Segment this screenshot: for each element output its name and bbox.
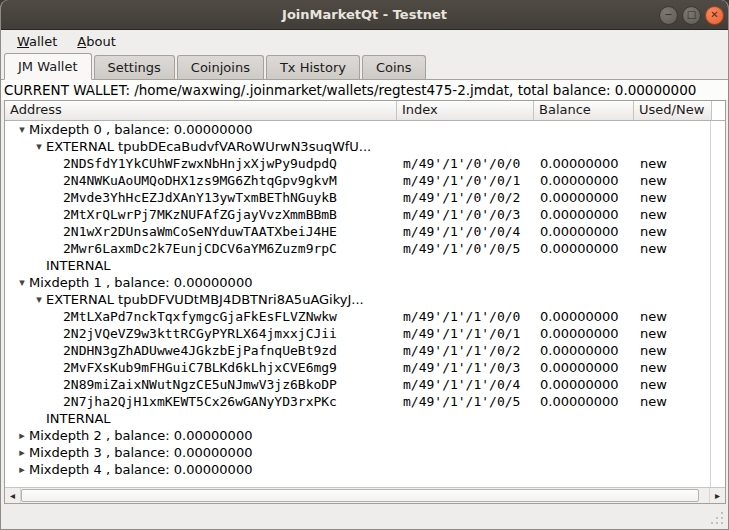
cell-used-new [634, 410, 712, 427]
cell-address: ▾Mixdepth 1 , balance: 0.00000000 [5, 274, 397, 291]
address-text: 2N1wXr2DUnsaWmCoSeNYduwTAATXbeiJ4HE [63, 223, 337, 240]
address-text: 2MtXrQLwrPj7MKzNUFAfZGjayVvzXmmBBmB [63, 206, 337, 223]
cell-used-new: new [634, 325, 712, 342]
tab-bar: JM Wallet Settings Coinjoins Tx History … [1, 53, 728, 80]
collapsed-branch-icon[interactable]: ▸ [15, 444, 29, 461]
cell-index: m/49'/1'/1'/0/1 [397, 325, 534, 342]
horizontal-scrollbar[interactable]: ◂ ▸ [5, 487, 725, 503]
current-wallet-banner: CURRENT WALLET: /home/waxwing/.joinmarke… [1, 80, 728, 100]
menu-wallet[interactable]: Wallet [9, 32, 65, 51]
maximize-icon[interactable]: □ [682, 6, 701, 25]
header-used-new[interactable]: Used/New [634, 101, 712, 121]
cell-used-new [634, 257, 712, 274]
cell-index [397, 138, 534, 155]
tree-row[interactable]: 2N7jha2QjH1xmKEWT5Cx26wGANyYD3rxPKcm/49'… [5, 393, 712, 410]
cell-address: ▾Mixdepth 0 , balance: 0.00000000 [5, 121, 397, 138]
cell-balance: 0.00000000 [534, 308, 634, 325]
cell-index: m/49'/1'/0'/0/4 [397, 223, 534, 240]
cell-used-new [634, 427, 712, 444]
tab-tx-history[interactable]: Tx History [266, 55, 360, 79]
collapsed-branch-icon[interactable]: ▸ [15, 427, 29, 444]
cell-balance [534, 410, 634, 427]
cell-balance [534, 121, 634, 138]
group-label: INTERNAL [46, 257, 111, 274]
cell-balance [534, 461, 634, 478]
tree-row[interactable]: 2MtXrQLwrPj7MKzNUFAfZGjayVvzXmmBBmBm/49'… [5, 206, 712, 223]
cell-used-new: new [634, 155, 712, 172]
tree-row[interactable]: ▾Mixdepth 1 , balance: 0.00000000 [5, 274, 712, 291]
tab-jm-wallet[interactable]: JM Wallet [4, 53, 92, 80]
header-balance[interactable]: Balance [534, 101, 634, 121]
scrollbar-thumb[interactable] [21, 489, 699, 502]
cell-balance: 0.00000000 [534, 189, 634, 206]
close-icon[interactable]: ✕ [705, 6, 724, 25]
tree-row[interactable]: 2NDSfdY1YkCUhWFzwxNbHnjxXjwPy9udpdQm/49'… [5, 155, 712, 172]
expanded-branch-icon[interactable]: ▾ [32, 138, 46, 155]
tab-settings[interactable]: Settings [94, 55, 175, 79]
cell-index: m/49'/1'/0'/0/1 [397, 172, 534, 189]
tree-row[interactable]: 2N89miZaixNWutNgzCE5uNJmwV3jz6BkoDPm/49'… [5, 376, 712, 393]
window-controls: − □ ✕ [659, 0, 724, 30]
scroll-left-icon[interactable]: ◂ [5, 488, 21, 503]
tree-row[interactable]: ▾EXTERNAL tpubDFVUDtMBJ4DBTNri8A5uAGikyJ… [5, 291, 712, 308]
cell-index [397, 427, 534, 444]
tree-row[interactable]: ▸Mixdepth 2 , balance: 0.00000000 [5, 427, 712, 444]
address-text: 2Mwr6LaxmDc2k7EunjCDCV6aYM6Zuzm9rpC [63, 240, 337, 257]
menu-about-accel: A [77, 34, 86, 49]
tree-row[interactable]: ▸Mixdepth 3 , balance: 0.00000000 [5, 444, 712, 461]
tree-row[interactable]: 2MtLXaPd7nckTqxfymgcGjaFkEsFLVZNwkwm/49'… [5, 308, 712, 325]
expanded-branch-icon[interactable]: ▾ [15, 274, 29, 291]
tree-row[interactable]: ▾EXTERNAL tpubDEcaBudvfVARoWUrwN3suqWfU.… [5, 138, 712, 155]
tree-row[interactable]: 2MvFXsKub9mFHGuiC7BLKd6kLhjxCVE6mg9m/49'… [5, 359, 712, 376]
cell-used-new [634, 461, 712, 478]
address-text: 2N4NWKuAoUMQoDHX1zs9MG6ZhtqGpv9gkvM [63, 172, 337, 189]
minimize-icon[interactable]: − [659, 6, 678, 25]
cell-balance: 0.00000000 [534, 393, 634, 410]
cell-used-new: new [634, 223, 712, 240]
cell-balance [534, 291, 634, 308]
cell-balance: 0.00000000 [534, 325, 634, 342]
cell-index: m/49'/1'/1'/0/2 [397, 342, 534, 359]
scroll-right-icon[interactable]: ▸ [709, 488, 725, 503]
cell-address: 2N1wXr2DUnsaWmCoSeNYduwTAATXbeiJ4HE [5, 223, 397, 240]
cell-used-new [634, 138, 712, 155]
resize-grip[interactable] [711, 512, 723, 524]
tree-row[interactable]: 2N2jVQeVZ9w3kttRCGyPYRLX64jmxxjCJiim/49'… [5, 325, 712, 342]
cell-address: 2NDSfdY1YkCUhWFzwxNbHnjxXjwPy9udpdQ [5, 155, 397, 172]
tree-row[interactable]: 2N1wXr2DUnsaWmCoSeNYduwTAATXbeiJ4HEm/49'… [5, 223, 712, 240]
group-label: INTERNAL [46, 410, 111, 427]
tree-row[interactable]: 2NDHN3gZhADUwwe4JGkzbEjPafnqUeBt9zdm/49'… [5, 342, 712, 359]
expanded-branch-icon[interactable]: ▾ [32, 291, 46, 308]
tree-row[interactable]: 2Mwr6LaxmDc2k7EunjCDCV6aYM6Zuzm9rpCm/49'… [5, 240, 712, 257]
cell-used-new [634, 121, 712, 138]
cell-index [397, 291, 534, 308]
cell-index [397, 257, 534, 274]
collapsed-branch-icon[interactable]: ▸ [15, 461, 29, 478]
header-address[interactable]: Address [5, 101, 397, 121]
tree-row[interactable]: 2N4NWKuAoUMQoDHX1zs9MG6ZhtqGpv9gkvMm/49'… [5, 172, 712, 189]
cell-index [397, 274, 534, 291]
group-label: Mixdepth 4 , balance: 0.00000000 [29, 461, 252, 478]
tree-row[interactable]: 2Mvde3YhHcEZJdXAnY13ywTxmBEThNGuykBm/49'… [5, 189, 712, 206]
cell-used-new: new [634, 359, 712, 376]
menu-about[interactable]: About [69, 32, 123, 51]
header-index[interactable]: Index [397, 101, 534, 121]
cell-used-new: new [634, 342, 712, 359]
cell-address: ▸Mixdepth 4 , balance: 0.00000000 [5, 461, 397, 478]
menu-wallet-rest: allet [29, 34, 57, 49]
tab-coins[interactable]: Coins [362, 55, 426, 79]
app-window: JoinMarketQt - Testnet − □ ✕ Wallet Abou… [0, 0, 729, 530]
tab-coinjoins[interactable]: Coinjoins [177, 55, 264, 79]
cell-balance: 0.00000000 [534, 376, 634, 393]
cell-balance [534, 427, 634, 444]
tree-row[interactable]: ▸Mixdepth 4 , balance: 0.00000000 [5, 461, 712, 478]
cell-address: 2MtXrQLwrPj7MKzNUFAfZGjayVvzXmmBBmB [5, 206, 397, 223]
cell-index: m/49'/1'/0'/0/5 [397, 240, 534, 257]
cell-index: m/49'/1'/1'/0/0 [397, 308, 534, 325]
cell-address: INTERNAL [5, 257, 397, 274]
tree-row[interactable]: INTERNAL [5, 257, 712, 274]
tree-row[interactable]: INTERNAL [5, 410, 712, 427]
tree-row[interactable]: ▾Mixdepth 0 , balance: 0.00000000 [5, 121, 712, 138]
expanded-branch-icon[interactable]: ▾ [15, 121, 29, 138]
status-bar [1, 504, 728, 529]
